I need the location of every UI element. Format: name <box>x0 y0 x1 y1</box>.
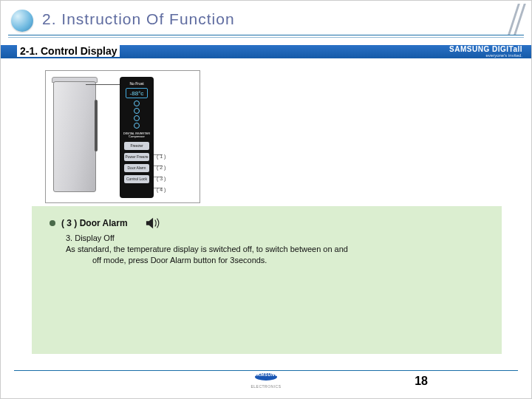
globe-icon <box>11 10 33 32</box>
control-panel: No Frost -88°c DIGITAL INVERTER Compress… <box>120 77 154 198</box>
panel-button-door-alarm: Door Alarm <box>124 164 149 172</box>
panel-button-refs: ( 1 ) ( 2 ) ( 3 ) ( 4 ) <box>157 151 166 195</box>
section-title: ( 3 ) Door Alarm <box>61 218 128 228</box>
subsection-title: 2-1. Control Display <box>17 45 120 57</box>
ref-4: ( 4 ) <box>157 184 166 195</box>
footer: SAMSUNG ELECTRONICS 18 <box>1 370 531 392</box>
panel-indicator-icons <box>120 100 154 129</box>
ref-2: ( 2 ) <box>157 162 166 173</box>
panel-logo: DIGITAL INVERTER Compressor <box>120 132 154 139</box>
footer-logo: SAMSUNG ELECTRONICS <box>255 373 277 381</box>
footer-logo-sub: ELECTRONICS <box>250 384 281 389</box>
description-panel: ( 3 ) Door Alarm 3. Display Off As stand… <box>32 206 502 354</box>
slide: 2. Instruction Of Function 2-1. Control … <box>0 0 532 399</box>
fridge-illustration: No Frost -88°c DIGITAL INVERTER Compress… <box>45 70 200 203</box>
body-line-1: As standard, the temperature display is … <box>66 244 490 255</box>
ref-1: ( 1 ) <box>157 151 166 162</box>
body-line-2: off mode, press Door Alarm button for 3s… <box>66 255 490 266</box>
title-underline <box>8 35 524 38</box>
slide-title: 2. Instruction Of Function <box>42 10 235 28</box>
ref-3: ( 3 ) <box>157 173 166 184</box>
header-bar: 2. Instruction Of Function <box>1 1 531 38</box>
speaker-icon <box>146 216 162 230</box>
footer-logo-text: SAMSUNG <box>253 372 279 377</box>
brand-name: SAMSUNG DIGITall <box>449 45 522 53</box>
subheading: 3. Display Off <box>66 233 490 244</box>
page-number: 18 <box>415 375 428 388</box>
bullet-icon <box>50 220 55 226</box>
temperature-display: -88°c <box>126 88 148 98</box>
corner-decoration <box>502 1 531 36</box>
panel-button-control-lock: Control Lock <box>124 175 149 183</box>
panel-button-power-freeze: Power Freeze <box>124 153 149 161</box>
panel-button-freezer: Freezer <box>124 142 149 150</box>
panel-top-label: No Frost <box>120 81 154 86</box>
brand-mark: SAMSUNG DIGITall everyone's invited. <box>449 45 522 58</box>
svg-marker-0 <box>146 218 152 229</box>
refrigerator-icon <box>53 81 96 192</box>
brand-tagline: everyone's invited. <box>449 53 522 58</box>
